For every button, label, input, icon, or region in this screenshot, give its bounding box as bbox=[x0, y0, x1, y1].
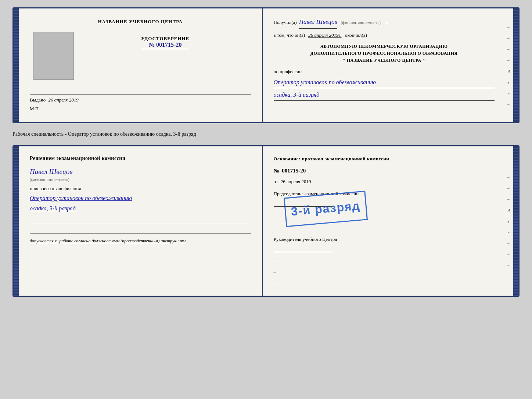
dopuskaetsya: допускается к работе согласно должностны… bbox=[30, 238, 251, 244]
udostoverenie-block: УДОСТОВЕРЕНИЕ № 001715-20 bbox=[141, 36, 189, 49]
doc1-right-page: Получил(а) Павел Швецов (фамилия, имя, о… bbox=[263, 8, 506, 122]
qualification-text: Оператор установок по обезвоживанию bbox=[30, 194, 251, 202]
udostoverenie-label: УДОСТОВЕРЕНИЕ bbox=[141, 36, 189, 42]
doc1-spine bbox=[14, 8, 19, 122]
doc1-center-title: НАЗВАНИЕ УЧЕБНОГО ЦЕНТРА bbox=[98, 19, 183, 25]
received-line: Получил(а) Павел Швецов (фамилия, имя, о… bbox=[274, 17, 495, 29]
ot-date: от 26 апреля 2019 bbox=[274, 177, 495, 186]
doc2-spine bbox=[14, 146, 19, 296]
resheniem-title: Решением экзаменационной комиссии bbox=[30, 154, 251, 163]
doc1-right-edge: – – – – И а ← – bbox=[506, 8, 513, 122]
poluchil-label: Получил(а) bbox=[274, 18, 297, 26]
doc2-spine-right bbox=[513, 146, 518, 296]
doc2-fio-label: (фамилия, имя, отчество) bbox=[30, 177, 251, 183]
doc2-right-page: Основание: протокол экзаменационной коми… bbox=[263, 146, 506, 296]
profession-name: Оператор установок по обезвоживанию bbox=[274, 77, 495, 88]
qualification-sub: осадка, 3-й разряд bbox=[30, 204, 251, 213]
doc1-spine-right bbox=[513, 8, 518, 122]
dash-lines: – – – bbox=[274, 256, 495, 288]
mp-line: М.П. bbox=[30, 106, 40, 112]
photo-placeholder bbox=[33, 32, 74, 80]
doc1-left-page: НАЗВАНИЕ УЧЕБНОГО ЦЕНТРА УДОСТОВЕРЕНИЕ №… bbox=[19, 8, 263, 122]
doc2-name: Павел Швецов bbox=[30, 166, 251, 177]
protocol-number: № 001715-20 bbox=[274, 166, 495, 176]
po-professii: по профессии bbox=[274, 67, 495, 76]
rukovoditel-block: Руководитель учебного Центра bbox=[274, 236, 495, 252]
vydano-line: Выдано 26 апреля 2019 bbox=[30, 95, 251, 103]
doc2-right-edge: – – – И а ← – – – bbox=[506, 146, 513, 296]
rukovoditel-sig-line bbox=[274, 244, 332, 252]
sig-line-2 bbox=[30, 226, 251, 234]
org-block: АВТОНОМНУЮ НЕКОММЕРЧЕСКУЮ ОРГАНИЗАЦИЮ ДО… bbox=[274, 43, 495, 64]
doc2-left-page: Решением экзаменационной комиссии Павел … bbox=[19, 146, 263, 296]
caption-between: Рабочая специальность - Оператор установ… bbox=[12, 130, 520, 139]
recipient-name: Павел Швецов bbox=[299, 17, 337, 29]
vtom-line: в том, что он(а) 26 апреля 2019г. окончи… bbox=[274, 31, 495, 39]
name-block2: Павел Швецов (фамилия, имя, отчество) bbox=[30, 166, 251, 182]
dash1: – bbox=[386, 18, 388, 26]
osnovanie-title: Основание: протокол экзаменационной коми… bbox=[274, 154, 495, 163]
signature-lines bbox=[30, 216, 251, 234]
profession-sub: осадка, 3-й разряд bbox=[274, 90, 495, 101]
stamp-text: 3-й разряд bbox=[290, 199, 360, 218]
prisvoena-line: присвоена квалификация bbox=[30, 185, 251, 193]
sig-line-1 bbox=[30, 216, 251, 224]
document-2: Решением экзаменационной комиссии Павел … bbox=[12, 145, 520, 297]
document-1: НАЗВАНИЕ УЧЕБНОГО ЦЕНТРА УДОСТОВЕРЕНИЕ №… bbox=[12, 7, 520, 123]
udostoverenie-number: № 001715-20 bbox=[141, 42, 189, 49]
fio-label: (фамилия, имя, отчество) bbox=[341, 19, 381, 26]
